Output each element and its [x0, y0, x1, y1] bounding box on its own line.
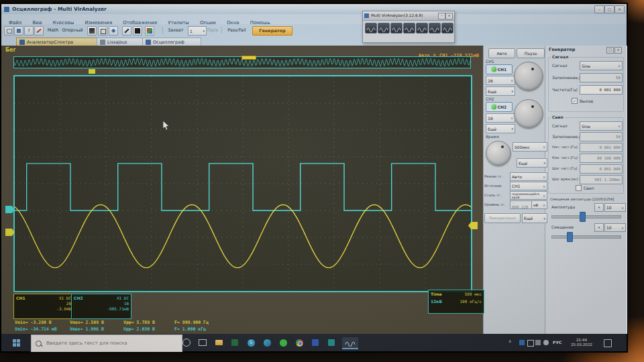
pause-button[interactable]: Пауза	[517, 48, 545, 58]
trigger-style-select[interactable]: поднимающийся край∨	[510, 191, 547, 200]
active-app-multivir[interactable]	[342, 337, 358, 349]
time-more-select[interactable]: Ещё▾	[517, 158, 547, 168]
tab-spectrum-analyzer[interactable]: АнализаторСпектра	[16, 38, 98, 46]
mail-app-icon[interactable]	[310, 337, 321, 348]
offset-slider-thumb[interactable]	[567, 232, 573, 242]
generator-pin-button[interactable]: □	[606, 47, 614, 54]
tray-volume-icon[interactable]	[543, 340, 549, 345]
tab-oscilloscope[interactable]: Осциллограф	[142, 38, 201, 46]
qc-app-icon[interactable]	[326, 337, 337, 348]
sweep-checkbox[interactable]	[576, 185, 582, 191]
fill-field[interactable]: 50	[580, 73, 623, 82]
display-mode-icon[interactable]	[87, 26, 97, 36]
output-checkbox-row[interactable]: ✓ Выход	[572, 98, 593, 104]
trigger-mode-select[interactable]: Авто∨	[510, 172, 547, 181]
voltmeter-tool-icon[interactable]	[416, 23, 428, 34]
amplitude-slider[interactable]	[551, 215, 621, 219]
filter-tool-icon[interactable]	[441, 23, 453, 34]
tray-display-icon[interactable]	[527, 340, 534, 347]
taskbar-search[interactable]	[31, 335, 182, 352]
mini-minimize-button[interactable]: –	[438, 13, 445, 19]
persistence-icon[interactable]: ◆	[109, 26, 118, 36]
signal-type-select[interactable]: Sine∨	[580, 61, 623, 70]
ch2-scale-select[interactable]: 1В∨	[486, 113, 515, 123]
math-button[interactable]: Math	[46, 26, 60, 34]
passfail-button[interactable]: Pass/Fail	[224, 26, 250, 34]
help-icon[interactable]: ?	[24, 26, 34, 36]
lissajous-tool-icon[interactable]	[429, 23, 441, 34]
ch1-more-select[interactable]: Ещё▾	[486, 86, 515, 96]
offset-unit-select[interactable]: 10∨	[604, 223, 626, 232]
ch1-scale-select[interactable]: 2В∨	[486, 76, 515, 85]
frequency-field[interactable]: 0 001 000	[580, 85, 623, 95]
palette-icon[interactable]	[145, 26, 154, 36]
window-layout-icon[interactable]	[98, 26, 107, 36]
spectrum-tool-icon[interactable]	[378, 23, 390, 34]
trigger-source-select[interactable]: CH1∨	[510, 182, 547, 190]
taskbar-clock[interactable]: 21:44 25.03.2022	[568, 338, 596, 347]
trigger-level-field[interactable]: - 000.228	[510, 200, 534, 209]
cortana-icon[interactable]	[181, 337, 192, 348]
sweep-signal-select[interactable]: Sine∨	[580, 121, 623, 131]
settings-icon[interactable]	[34, 26, 44, 36]
open-icon[interactable]	[4, 26, 13, 36]
ch2-more-select[interactable]: Ещё▾	[486, 124, 515, 133]
maximize-button[interactable]: □	[604, 5, 614, 13]
amplitude-slider-thumb[interactable]	[580, 212, 586, 222]
tray-network-icon[interactable]	[535, 340, 541, 345]
end-freq-field[interactable]: 00 100 000	[580, 154, 623, 163]
chrome-icon[interactable]	[294, 337, 305, 348]
tray-app-icon[interactable]	[519, 340, 525, 345]
timebase-select[interactable]: 500мкс∨	[513, 142, 547, 152]
trigger-more-select[interactable]: Ещё▾	[522, 213, 547, 223]
force-trigger-button[interactable]: Принудительно	[484, 213, 521, 223]
tray-expand-icon[interactable]: ∧	[508, 339, 511, 343]
task-view-icon[interactable]	[197, 337, 208, 348]
offset-slider[interactable]	[551, 235, 621, 239]
signal-generator-tool-icon[interactable]	[390, 23, 402, 34]
tab-lissajous[interactable]: Lissajous	[97, 38, 145, 46]
step-time-field[interactable]: 001 1.100мс	[580, 175, 623, 184]
waveform-plot[interactable]	[13, 75, 472, 292]
sweep-fill-field[interactable]: 50	[580, 132, 623, 141]
pen-icon[interactable]	[122, 26, 131, 36]
amplitude-step-button[interactable]: ▾	[594, 203, 604, 212]
output-checkbox[interactable]: ✓	[572, 98, 578, 104]
ch1-position-knob[interactable]	[514, 62, 543, 91]
auto-button[interactable]: Авто	[488, 48, 515, 58]
save-icon[interactable]	[14, 26, 23, 36]
reference-button[interactable]: Опорный	[62, 26, 83, 34]
timebase-knob[interactable]	[486, 141, 511, 166]
trigger-level-unit-select[interactable]: мВ∨	[531, 200, 547, 209]
step-freq-field[interactable]: 0 001 000	[580, 164, 623, 174]
edge-icon[interactable]	[262, 337, 272, 348]
capture-count-select[interactable]: 1▾	[188, 26, 207, 36]
ch2-position-knob[interactable]	[514, 99, 543, 129]
search-input[interactable]	[45, 340, 162, 347]
oscilloscope-tool-icon[interactable]	[365, 23, 377, 34]
generator-close-button[interactable]: ×	[614, 47, 622, 54]
minimize-button[interactable]: –	[594, 5, 604, 13]
preview-window-marker[interactable]	[241, 56, 256, 60]
ch1-enable-toggle[interactable]: CH1	[486, 64, 513, 74]
whatsapp-icon[interactable]	[278, 337, 288, 348]
offset-step-button[interactable]: ▾	[594, 223, 604, 232]
trigger-position-marker[interactable]	[89, 69, 95, 74]
sweep-checkbox-row[interactable]: Свип	[576, 185, 594, 191]
run-button[interactable]: Пуск	[205, 26, 220, 34]
generator-button[interactable]: Генератор	[252, 26, 292, 36]
logic-analyzer-tool-icon[interactable]	[403, 23, 415, 34]
ch2-enable-toggle[interactable]: CH2	[486, 102, 513, 112]
file-explorer-icon[interactable]	[213, 337, 224, 348]
amplitude-unit-select[interactable]: 10∨	[604, 203, 626, 212]
background-color-icon[interactable]	[133, 26, 142, 36]
start-button[interactable]	[1, 334, 31, 351]
mini-close-button[interactable]: ×	[445, 13, 453, 19]
mini-window-titlebar[interactable]: Multi VirAnalyzer(3.12.6.8) – ×	[363, 11, 454, 21]
skype-icon[interactable]: S	[246, 337, 256, 348]
language-indicator[interactable]: РУС	[553, 340, 561, 345]
action-center-icon[interactable]	[604, 339, 612, 347]
excel-icon[interactable]	[229, 337, 240, 348]
start-freq-field[interactable]: 0 001 000	[580, 143, 623, 152]
close-button[interactable]: ×	[614, 5, 625, 13]
